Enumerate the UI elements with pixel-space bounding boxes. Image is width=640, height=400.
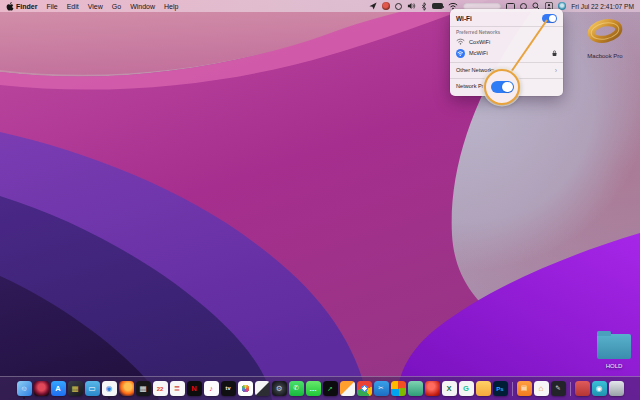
dock-item-system-preferences[interactable]: ⚙ [272, 381, 287, 396]
dock-item-calendar[interactable]: 22 [153, 381, 168, 396]
dock-item-teal-app[interactable] [408, 381, 423, 396]
dock-item-photoshop[interactable]: Ps [493, 381, 508, 396]
dock-item-grammarly[interactable]: G [459, 381, 474, 396]
menu-bar-clock[interactable]: Fri Jul 22 2:41:07 PM [571, 3, 634, 10]
wifi-menu-title: Wi-Fi [456, 15, 472, 22]
other-networks-label: Other Networks [456, 67, 495, 73]
dock-item-home-app[interactable]: ⌂ [534, 381, 549, 396]
volume-icon[interactable] [407, 2, 416, 11]
dock-separator [512, 382, 513, 396]
dock-item-safari[interactable]: ◉ [102, 381, 117, 396]
dock-item-excel[interactable]: X [442, 381, 457, 396]
dock-item-teal-camera-app[interactable]: ◉ [592, 381, 607, 396]
dock-item-photos[interactable] [238, 381, 253, 396]
lock-icon [552, 50, 557, 57]
dock-separator [570, 382, 571, 396]
dock-item-red-sphere-app[interactable] [425, 381, 440, 396]
macos-desktop: Finder File Edit View Go Window Help Fri… [0, 0, 640, 400]
network-row-coxwifi[interactable]: CoxWiFi [456, 37, 557, 48]
dock-item-stocks[interactable]: ↗ [323, 381, 338, 396]
dock-item-diagonal-notes-app[interactable] [255, 381, 270, 396]
location-icon[interactable] [369, 2, 377, 11]
dock-item-camera-app[interactable] [34, 381, 49, 396]
annotation-highlight-circle [484, 69, 520, 105]
network-name: McWiFi [469, 50, 488, 56]
menu-window[interactable]: Window [130, 3, 155, 10]
apple-menu-icon[interactable] [6, 2, 14, 11]
divider [450, 62, 563, 63]
app-menus: Finder File Edit View Go Window Help [16, 3, 178, 10]
dock-item-yellow-folder-app[interactable] [476, 381, 491, 396]
dock-item-office-hub[interactable] [391, 381, 406, 396]
menu-file[interactable]: File [46, 3, 57, 10]
dock-item-trash[interactable] [609, 381, 624, 396]
desktop-icon-gold-ring[interactable] [584, 14, 626, 50]
dock-item-launchpad[interactable]: ▦ [68, 381, 83, 396]
dock-item-reminders[interactable]: ≣ [170, 381, 185, 396]
divider [450, 26, 563, 27]
dock-item-firefox[interactable] [119, 381, 134, 396]
dock-item-finder[interactable]: ☺ [17, 381, 32, 396]
battery-icon[interactable] [432, 3, 443, 9]
menu-help[interactable]: Help [164, 3, 178, 10]
dock-item-dark-grid-app[interactable]: ▦ [136, 381, 151, 396]
dock-item-music[interactable]: ♪ [204, 381, 219, 396]
wifi-connected-icon [456, 49, 465, 58]
chevron-right-icon: › [555, 67, 557, 74]
dock-item-chrome[interactable] [357, 381, 372, 396]
desktop-folder-label[interactable]: HOLD [589, 363, 639, 369]
dock-item-compass-design-app[interactable]: ✎ [551, 381, 566, 396]
magnified-wifi-toggle [491, 81, 514, 94]
menu-finder[interactable]: Finder [16, 3, 37, 10]
red-app-icon[interactable] [382, 2, 390, 10]
dock-item-messages[interactable]: … [306, 381, 321, 396]
dock-item-red-folder[interactable] [575, 381, 590, 396]
network-row-mcwifi[interactable]: McWiFi [456, 48, 557, 59]
clock-ring-icon[interactable] [395, 3, 402, 10]
wifi-signal-icon [456, 38, 465, 46]
dock-item-orange-book-app[interactable]: ▤ [517, 381, 532, 396]
desktop-icon-label[interactable]: Macbook Pro [573, 53, 637, 59]
dock-item-app-store[interactable]: A [51, 381, 66, 396]
network-name: CoxWiFi [469, 39, 490, 45]
dock-item-facetime[interactable]: ✆ [289, 381, 304, 396]
menu-view[interactable]: View [88, 3, 103, 10]
dock-item-netflix[interactable]: N [187, 381, 202, 396]
wifi-toggle[interactable] [542, 14, 557, 23]
menu-go[interactable]: Go [112, 3, 121, 10]
dock-item-orange-diagonal-app[interactable] [340, 381, 355, 396]
dock-item-apple-tv[interactable]: tv [221, 381, 236, 396]
desktop-folder-hold[interactable] [597, 334, 631, 359]
dock-item-keynote[interactable]: ▭ [85, 381, 100, 396]
dock-item-blue-tool-app[interactable]: ✂ [374, 381, 389, 396]
menu-edit[interactable]: Edit [67, 3, 79, 10]
dock: ☺A▦▭◉▦22≣N♪tv⚙✆…↗✂XGPs▤⌂✎◉ [0, 376, 640, 400]
bluetooth-icon[interactable] [421, 2, 427, 11]
preferred-networks-label: Preferred Networks [456, 30, 557, 35]
